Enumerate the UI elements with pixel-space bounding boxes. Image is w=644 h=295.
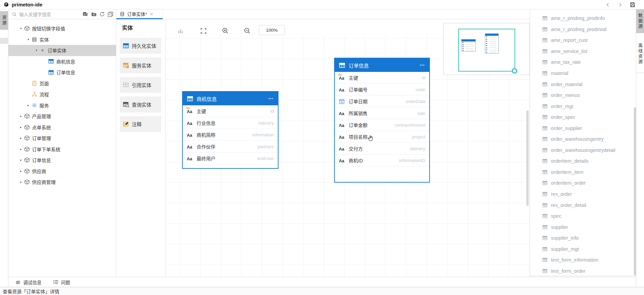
data-table-order_mgt[interactable]: order_mgt [530, 101, 636, 112]
tree-item-供应商管理[interactable]: ▸供应商管理 [8, 177, 116, 188]
data-table-res_order[interactable]: res_order [530, 189, 636, 200]
back-icon[interactable] [606, 2, 610, 7]
i18n-icon[interactable]: In [83, 11, 88, 17]
save-icon[interactable] [630, 2, 635, 7]
tree-item-订单下单系统[interactable]: ▸订单下单系统 [8, 144, 116, 155]
tab-order-entity[interactable]: 订单实体* [116, 9, 163, 19]
entity-card-订单信息[interactable]: 订单信息Aa主键idAa订单编号code31订单日期orderDataAa所属销… [334, 58, 430, 183]
left-strip-scroll[interactable] [0, 38, 8, 44]
palette-item-查询实体[interactable]: 查询实体 [120, 97, 161, 112]
entity-field-主键[interactable]: Aa主键id [183, 105, 278, 117]
tree-item-按钮切换字段值[interactable]: ▾按钮切换字段值 [8, 23, 116, 34]
palette-item-服务实体[interactable]: 服务实体 [120, 57, 161, 73]
data-table-ame_service_list[interactable]: ame_service_list [530, 46, 636, 57]
tree-item-订单管理[interactable]: ▸订单管理 [8, 133, 116, 144]
data-table-order_supplier[interactable]: order_supplier [530, 123, 636, 134]
palette-item-持久化实体[interactable]: 持久化实体 [120, 38, 161, 54]
expand-arrow[interactable]: ▾ [18, 27, 24, 30]
tree-item-流程[interactable]: 流程 [8, 89, 116, 100]
more-dots-icon[interactable] [419, 62, 425, 69]
tree-item-实体[interactable]: ▾实体 [8, 34, 116, 45]
expand-arrow[interactable]: ▸ [18, 136, 24, 140]
entity-card-商机信息[interactable]: 商机信息Aa主键idAa行业信息industryAa商机简称informatio… [182, 91, 279, 169]
data-table-ame_report_cust[interactable]: ame_report_cust [530, 35, 636, 46]
expand-arrow[interactable]: ▸ [18, 114, 24, 118]
data-table-order_spec[interactable]: order_spec [530, 112, 636, 123]
data-table-order_material[interactable]: order_material [530, 79, 636, 90]
entity-card-header[interactable]: 订单信息 [335, 58, 429, 72]
entity-field-商机简称[interactable]: Aa商机简称information [183, 129, 278, 141]
data-table-orderitem_details[interactable]: orderitem_details [530, 156, 636, 167]
data-table-supplier_mgt[interactable]: supplier_mgt [530, 243, 636, 254]
palette-item-注释[interactable]: 注释 [120, 116, 161, 132]
tree-item-服务[interactable]: ▸服务 [8, 100, 116, 111]
entity-field-项目名称[interactable]: Aa项目名称project [335, 131, 429, 143]
expand-arrow[interactable]: ▸ [18, 180, 24, 184]
data-table-test_form_information[interactable]: test_form_information [530, 254, 636, 266]
expand-arrow[interactable]: ▾ [33, 49, 39, 52]
minimap-resize-handle[interactable] [512, 68, 517, 74]
fit-screen-icon[interactable] [200, 27, 207, 34]
tree-item-页面[interactable]: 页面 [8, 78, 116, 89]
data-table-test_form_order[interactable]: test_form_order [530, 266, 636, 276]
entity-field-行业信息[interactable]: Aa行业信息industry [183, 117, 278, 129]
palette-item-引用实体[interactable]: 引用实体 [120, 77, 161, 93]
data-table-orderitem_item[interactable]: orderitem_item [530, 167, 636, 178]
tree-item-产品管理[interactable]: ▸产品管理 [8, 111, 116, 122]
side-tab-resources[interactable]: 资源 [0, 11, 8, 30]
collapse-editors-icon[interactable] [108, 11, 113, 17]
entity-field-所属销售[interactable]: Aa所属销售sale [335, 107, 429, 119]
entity-field-最终用户[interactable]: Aa最终用户endUser [183, 153, 278, 164]
forward-icon[interactable] [618, 2, 622, 7]
search-input[interactable]: 输入关键字搜索 [19, 11, 51, 18]
data-table-material[interactable]: material [530, 68, 636, 79]
data-table-order_warehousingentry[interactable]: order_warehousingentry [530, 134, 636, 145]
entity-field-商机ID[interactable]: Aa商机IDinformationID [335, 155, 429, 166]
diagram-canvas[interactable]: 100% 商机信息Aa主键idAa行业信息industryAa商机简称infor… [166, 19, 530, 277]
tree-item-订单实体[interactable]: ▾订单实体 [8, 45, 116, 56]
tree-item-订单信息[interactable]: 订单信息 [8, 67, 116, 78]
data-table-ame_r_prodreg_prodinfo[interactable]: ame_r_prodreg_prodinfo [530, 13, 636, 24]
expand-arrow[interactable]: ▸ [18, 169, 24, 173]
data-table-order_menus[interactable]: order_menus [530, 90, 636, 101]
zoom-in-icon[interactable] [222, 27, 229, 34]
side-tab-datasource[interactable]: 数据源 [636, 9, 644, 33]
entity-field-主键[interactable]: Aa主键id [335, 72, 429, 84]
data-table-supplier_info[interactable]: supplier_info [530, 233, 636, 244]
data-table-ame_tax_rate[interactable]: ame_tax_rate [530, 57, 636, 68]
debug-info-button[interactable]: 调试信息 [15, 279, 41, 286]
tree-item-订单信息[interactable]: ▸订单信息 [8, 155, 116, 166]
data-table-orderitem_order[interactable]: orderitem_order [530, 178, 636, 189]
tree-item-商机信息[interactable]: 商机信息 [8, 56, 116, 67]
zoom-level-input[interactable]: 100% [259, 25, 285, 35]
entity-field-合作伙伴[interactable]: Aa合作伙伴partners [183, 141, 278, 153]
problems-button[interactable]: 问题 [53, 279, 70, 286]
expand-arrow[interactable]: ▸ [18, 126, 24, 129]
data-table-res_order_detail[interactable]: res_order_detail [530, 199, 636, 211]
chart-icon[interactable] [177, 27, 184, 34]
tree-item-供应商[interactable]: ▸供应商 [8, 166, 116, 177]
zoom-out-icon[interactable] [244, 27, 251, 34]
data-table-list: ame_r_prodreg_prodinfoame_r_prodreg_prod… [530, 13, 636, 276]
minimap[interactable] [443, 23, 530, 75]
data-table-supplier[interactable]: supplier [530, 221, 636, 233]
new-folder-icon[interactable] [91, 11, 97, 17]
tree-item-点单系统[interactable]: ▸点单系统 [8, 122, 116, 133]
close-icon[interactable] [149, 12, 154, 16]
data-table-spec[interactable]: spec [530, 211, 636, 222]
refresh-icon[interactable] [99, 11, 105, 17]
more-dots-icon[interactable] [267, 96, 274, 102]
data-table-order_warehousingentrydetail[interactable]: order_warehousingentrydetail [530, 145, 636, 156]
entity-field-交付方[interactable]: Aa交付方delivery [335, 143, 429, 155]
expand-arrow[interactable]: ▸ [18, 148, 24, 151]
entity-field-订单编号[interactable]: Aa订单编号code [335, 84, 429, 96]
expand-arrow[interactable]: ▸ [25, 104, 31, 107]
side-tab-offline-resources[interactable]: 离线资源 [636, 35, 644, 73]
expand-arrow[interactable]: ▸ [18, 158, 24, 162]
canvas-vertical-scrollbar[interactable] [526, 110, 529, 206]
expand-arrow[interactable]: ▾ [25, 38, 31, 41]
entity-field-订单金额[interactable]: Aa订单金额contractAmount [335, 119, 429, 131]
entity-field-订单日期[interactable]: 31订单日期orderData [335, 96, 429, 107]
data-table-ame_r_prodreg_prodmod[interactable]: ame_r_prodreg_prodmod [530, 24, 636, 35]
entity-card-header[interactable]: 商机信息 [183, 92, 278, 105]
